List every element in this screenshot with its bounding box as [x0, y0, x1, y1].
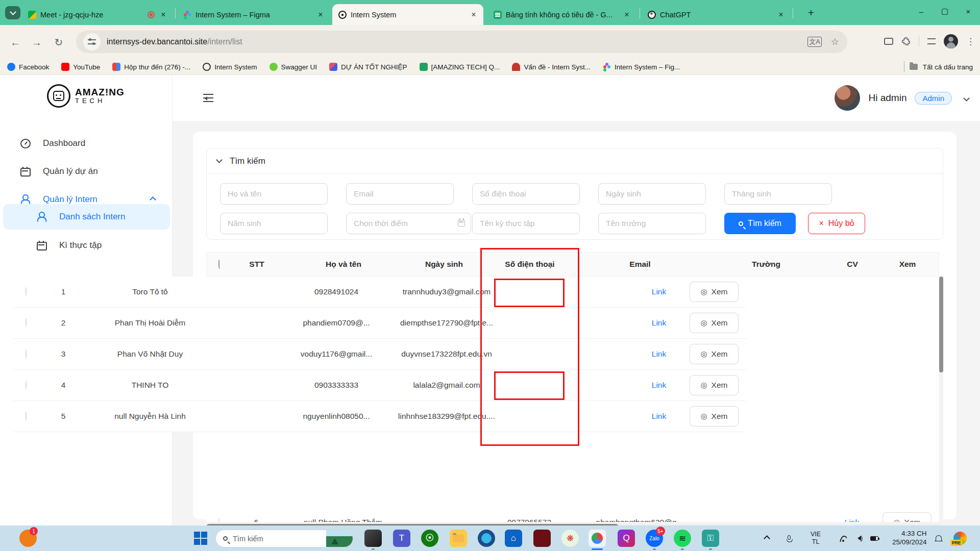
green-app-icon[interactable]: ❋ — [561, 530, 579, 547]
row-radio[interactable] — [218, 518, 219, 522]
media-controls-icon[interactable] — [927, 38, 936, 44]
row-radio[interactable] — [26, 412, 27, 421]
row-radio[interactable] — [26, 318, 27, 328]
sidebar-item-dashboard[interactable]: Dashboard — [0, 132, 173, 155]
cancel-button[interactable]: ×Hủy bỏ — [808, 213, 865, 234]
new-tab-button[interactable]: + — [804, 7, 818, 19]
copilot-button[interactable]: PRE — [953, 525, 967, 551]
cv-link[interactable]: Link — [636, 287, 682, 296]
view-button[interactable]: ◎Xem — [690, 313, 739, 333]
bookmark-swagger[interactable]: Swagger UI — [270, 63, 317, 71]
bookmark-facebook[interactable]: Facebook — [7, 63, 49, 71]
window-minimize-button[interactable]: – — [910, 0, 933, 22]
row-radio[interactable] — [26, 287, 27, 296]
birth-month-field[interactable] — [724, 183, 832, 205]
xbox-icon[interactable]: ⦿ — [421, 530, 438, 547]
site-settings-button[interactable] — [83, 33, 101, 51]
tab-close-icon[interactable]: × — [622, 10, 631, 19]
view-button[interactable]: ◎Xem — [690, 406, 739, 427]
email-field[interactable] — [346, 183, 454, 205]
cv-link[interactable]: Link — [636, 412, 682, 421]
search-button[interactable]: Tìm kiếm — [724, 213, 796, 234]
taskbar-search[interactable]: Tìm kiếm — [215, 530, 353, 547]
back-button[interactable]: ← — [7, 34, 23, 51]
view-button[interactable]: ◎Xem — [690, 344, 739, 364]
bookmark-du-an[interactable]: DỰ ÁN TỐT NGHIỆP — [329, 63, 407, 71]
phone-field[interactable] — [472, 183, 580, 205]
tray-network[interactable] — [840, 525, 847, 551]
tab-figma[interactable]: Intern System – Figma × — [177, 4, 330, 25]
term-name-field[interactable] — [472, 213, 580, 234]
tray-expand[interactable] — [765, 525, 769, 551]
view-button[interactable]: ◎Xem — [690, 375, 739, 395]
school-name-field[interactable] — [598, 213, 706, 234]
tab-intern-system-active[interactable]: Intern System × — [332, 4, 483, 25]
tray-clock[interactable]: 4:33 CH25/09/2024 — [892, 525, 927, 551]
all-bookmarks-button[interactable]: Tất cả dấu trang — [904, 61, 973, 72]
row-radio[interactable] — [26, 381, 27, 390]
user-menu[interactable]: Hi admin Admin — [835, 85, 969, 111]
file-explorer-icon[interactable] — [450, 530, 467, 547]
sidebar-collapse-icon[interactable] — [203, 94, 213, 102]
tab-close-icon[interactable]: × — [316, 10, 325, 19]
bookmark-figma[interactable]: Intern System – Fig... — [603, 63, 680, 71]
sidebar-item-intern-list[interactable]: Danh sách Intern — [3, 204, 170, 230]
tab-close-icon[interactable]: × — [159, 10, 168, 19]
window-maximize-button[interactable]: ▢ — [933, 0, 957, 22]
tray-battery[interactable] — [870, 525, 878, 551]
photos-app-icon[interactable] — [364, 530, 382, 547]
key-app-icon[interactable]: ⚿ — [702, 530, 719, 547]
view-button[interactable]: ◎Xem — [883, 512, 932, 522]
tab-close-icon[interactable]: × — [776, 10, 786, 19]
notification-app-icon[interactable]: 1 — [19, 530, 37, 547]
zalo-icon[interactable]: Zalo 5+ — [646, 530, 663, 547]
purple-q-app-icon[interactable]: Q — [618, 530, 635, 547]
tab-sheets[interactable]: Bảng tính không có tiêu đề - G... × — [487, 4, 636, 25]
tab-meet[interactable]: Meet - jzg-qcju-hze × — [22, 4, 173, 25]
window-close-button[interactable]: × — [957, 0, 980, 22]
birth-year-field[interactable] — [220, 213, 328, 234]
dark-red-app-icon[interactable] — [533, 530, 551, 547]
translate-icon[interactable]: 文A — [807, 37, 822, 47]
refresh-column-header[interactable] — [207, 260, 232, 269]
tab-chatgpt[interactable]: ChatGPT × — [642, 4, 791, 25]
extensions-icon[interactable] — [901, 37, 911, 46]
tab-close-icon[interactable]: × — [469, 10, 478, 19]
bookmark-van-de[interactable]: Vấn đề - Intern Syst... — [512, 63, 591, 71]
language-switcher[interactable]: VIETL — [811, 525, 821, 551]
name-field[interactable] — [220, 183, 328, 205]
address-bar[interactable]: internsys-dev.bancantoi.site/intern/list… — [76, 31, 847, 53]
dob-field[interactable] — [598, 183, 706, 205]
chrome-icon[interactable] — [589, 530, 606, 547]
tray-microphone[interactable] — [788, 525, 791, 551]
tray-volume[interactable] — [855, 525, 861, 551]
sidebar-item-projects[interactable]: Quản lý dự án — [0, 160, 173, 183]
forward-button[interactable]: → — [29, 34, 45, 51]
search-panel-header[interactable]: Tìm kiếm — [207, 148, 943, 174]
cv-link[interactable]: Link — [636, 381, 682, 390]
bookmark-gmail[interactable]: Hộp thư đến (276) -... — [112, 63, 190, 71]
browser-menu-icon[interactable]: ⋮ — [966, 36, 975, 47]
bookmark-star-icon[interactable]: ☆ — [831, 36, 839, 47]
spotify-icon[interactable]: ≋ — [674, 530, 691, 547]
cv-link[interactable]: Link — [636, 349, 682, 359]
cast-icon[interactable] — [884, 38, 893, 45]
vertical-scrollbar-thumb[interactable] — [939, 277, 943, 372]
bookmark-amazing-tech[interactable]: [AMAZING TECH] Q... — [420, 63, 500, 71]
bookmark-intern-system[interactable]: Intern System — [203, 63, 257, 71]
edge-icon[interactable] — [478, 530, 495, 547]
tab-search-button[interactable] — [5, 6, 20, 19]
cv-link[interactable]: Link — [829, 518, 875, 522]
bookmark-youtube[interactable]: YouTube — [61, 63, 100, 71]
sidebar-item-internship-term[interactable]: Kì thực tập — [3, 233, 170, 258]
start-button[interactable] — [192, 530, 209, 547]
view-button[interactable]: ◎Xem — [690, 282, 739, 302]
microsoft-store-icon[interactable]: ⌂ — [505, 530, 522, 547]
cv-link[interactable]: Link — [636, 318, 682, 328]
row-radio[interactable] — [26, 349, 27, 359]
profile-avatar[interactable] — [944, 34, 958, 48]
reload-button[interactable]: ↻ — [51, 34, 67, 51]
teams-icon[interactable]: T — [393, 530, 410, 547]
tray-notifications[interactable] — [936, 525, 942, 551]
time-point-field[interactable] — [346, 213, 471, 234]
